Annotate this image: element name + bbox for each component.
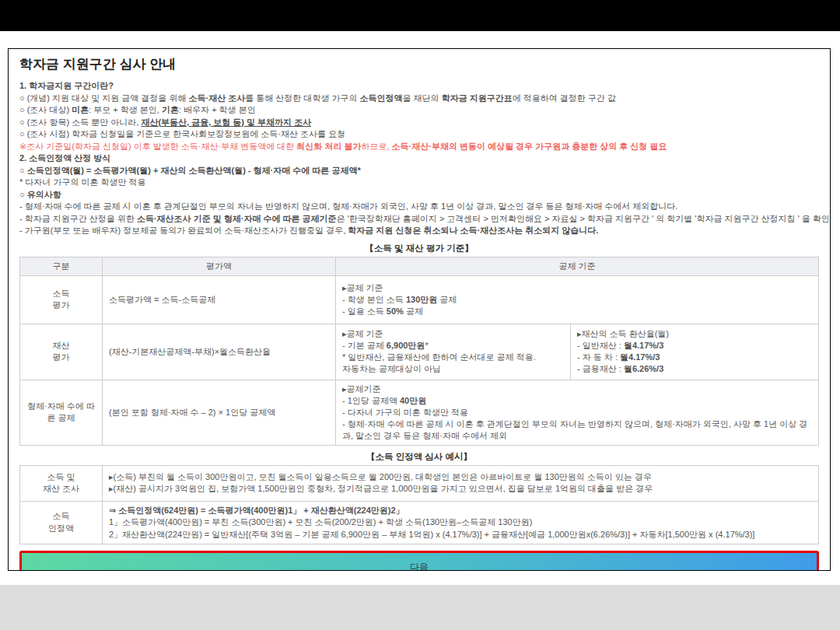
- cell-income-deduction: ▸공제 기준- 학생 본인 소득 130만원 공제- 일용 소득 50% 공제: [336, 275, 819, 324]
- text-line: 재산: [26, 340, 96, 352]
- header-valuation: 평가액: [103, 257, 336, 275]
- cell-sibling-category: 형제·자매 수에 따른 공제: [20, 380, 103, 445]
- next-button[interactable]: 다음: [19, 551, 819, 571]
- text-line: 2」재산환산액(224만원) = 일반재산[(주택 3억원 – 기본 공제 6,…: [109, 529, 812, 541]
- text-line: ⇒ 소득인정액(624만원) = 소득평가액(400만원)1」 + 재산환산액(…: [109, 505, 812, 517]
- text-line: 1. 학자금지원 구간이란?: [19, 80, 819, 93]
- text-line: - 금융재산 : 월6.26%/3: [577, 363, 812, 375]
- text-line: 자동차는 공제대상이 아님: [342, 363, 564, 375]
- text-line: ○ (조사 항목) 소득 뿐만 아니라, 재산(부동산, 금융, 보험 등) 및…: [19, 117, 819, 129]
- text-line: ○ (조사 시점) 학자금 신청일을 기준으로 한국사회보장정보원에 소득·재산…: [19, 128, 819, 141]
- notice-text-block: 1. 학자금지원 구간이란?○ (개념) 지원 대상 및 지원 금액 결정을 위…: [19, 80, 819, 237]
- table-row-income-evaluation: 소득평가 소득평가액 = 소득-소득공제 ▸공제 기준- 학생 본인 소득 13…: [20, 275, 819, 324]
- text-line: 재산 조사: [26, 483, 96, 495]
- text-line: 소득 및: [26, 471, 96, 484]
- table-row-sibling-deduction: 형제·자매 수에 따른 공제 (본인 포함 형제·자매 수 – 2) × 1인당…: [20, 380, 819, 445]
- criteria-table-caption: 【소득 및 재산 평가 기준】: [19, 243, 819, 254]
- text-line: ▸공제기준: [342, 383, 812, 395]
- header-deduction: 공제 기준: [336, 257, 819, 275]
- text-line: ▸(재산) 공시지가 3억원인 집, 보험가액 1,500만원인 중형차, 정기…: [109, 483, 812, 495]
- cell-recognized-income-label: 소득인정액: [20, 501, 103, 544]
- text-line: * 다자녀 가구의 미혼 학생만 적용: [19, 177, 819, 189]
- example-table-caption: 【소득 인정액 심사 예시】: [19, 451, 819, 463]
- cell-income-category: 소득평가: [20, 275, 103, 324]
- text-line: - 자 동 차 : 월4.17%/3: [577, 352, 812, 363]
- text-line: 2. 소득인정액 산정 방식: [19, 152, 819, 165]
- table-row-survey-example: 소득 및재산 조사 ▸(소득) 부친의 월 소득이 300만원이고, 모친 월소…: [20, 465, 819, 501]
- top-black-bar: [0, 0, 840, 31]
- text-line: - 형제·자매 수에 따른 공제 시 이혼 후 관계단절인 부모의 자녀는 반영…: [342, 418, 812, 442]
- cell-sibling-deduction: ▸공제기준- 1인당 공제액 40만원- 다자녀 가구의 미혼 학생만 적용- …: [336, 380, 819, 445]
- text-line: - 기본 공제 6,900만원*: [342, 340, 564, 352]
- cell-asset-category: 재산평가: [20, 324, 103, 380]
- text-line: - 학자금 지원구간 산정을 위한 소득·재산조사 기준 및 형제·자매 수에 …: [19, 213, 819, 226]
- text-line: ○ (조사 대상) 미혼: 부모 + 학생 본인, 기혼: 배우자 + 학생 본…: [19, 104, 819, 117]
- aid-bracket-notice-panel: 학자금 지원구간 심사 안내 1. 학자금지원 구간이란?○ (개념) 지원 대…: [8, 48, 831, 571]
- text-line: ※조사 기준일(학자금 신청일) 이후 발생한 소득·재산·부채 변동액에 대한…: [19, 141, 819, 153]
- text-line: 1」소득평가액(400만원) = 부친 소득(300만원) + 모친 소득(20…: [109, 516, 812, 529]
- text-line: 형제·자매 수에 따른 공제: [26, 401, 96, 424]
- text-line: ▸공제 기준: [342, 328, 564, 340]
- text-line: - 형제·자매 수에 따른 공제 시 이혼 후 관계단절인 부모의 자녀는 반영…: [19, 201, 819, 213]
- cell-survey-content: ▸(소득) 부친의 월 소득이 300만원이고, 모친 월소득이 일용소득으로 …: [103, 465, 819, 501]
- text-line: - 가구원(부모 또는 배우자) 정보제공 동의가 완료되어 소득·재산조사가 …: [19, 225, 819, 237]
- cell-asset-conversion-rate: ▸재산의 소득 환산율(월)- 일반재산 : 월4.17%/3- 자 동 차 :…: [571, 324, 819, 380]
- header-category: 구분: [20, 257, 103, 275]
- cell-asset-valuation: (재산-기본재산공제액-부채)×월소득환산율: [103, 324, 336, 380]
- bottom-gray-bar: [0, 585, 840, 630]
- example-table: 소득 및재산 조사 ▸(소득) 부친의 월 소득이 300만원이고, 모친 월소…: [19, 465, 819, 545]
- table-row-asset-evaluation: 재산평가 (재산-기본재산공제액-부채)×월소득환산율 ▸공제 기준- 기본 공…: [20, 324, 819, 380]
- text-line: 인정액: [26, 523, 96, 535]
- text-line: 평가: [26, 352, 96, 363]
- cell-asset-deduction: ▸공제 기준- 기본 공제 6,900만원** 일반재산, 금융재산에 한하여 …: [336, 324, 571, 380]
- text-line: ▸공제 기준: [342, 282, 812, 294]
- criteria-header-row: 구분 평가액 공제 기준: [20, 257, 819, 275]
- cell-sibling-valuation: (본인 포함 형제·자매 수 – 2) × 1인당 공제액: [103, 380, 336, 445]
- text-line: ○ 유의사항: [19, 189, 819, 201]
- text-line: - 일용 소득 50% 공제: [342, 306, 812, 317]
- text-line: ▸재산의 소득 환산율(월): [577, 328, 812, 340]
- text-line: 소득: [26, 288, 96, 299]
- text-line: ▸(소득) 부친의 월 소득이 300만원이고, 모친 월소득이 일용소득으로 …: [109, 471, 812, 484]
- text-line: 평가: [26, 299, 96, 311]
- text-line: ○ (개념) 지원 대상 및 지원 금액 결정을 위해 소득·재산 조사를 통해…: [19, 93, 819, 105]
- text-line: 소득: [26, 510, 96, 523]
- cell-recognized-income-content: ⇒ 소득인정액(624만원) = 소득평가액(400만원)1」 + 재산환산액(…: [103, 501, 819, 544]
- cell-income-valuation: 소득평가액 = 소득-소득공제: [103, 275, 336, 324]
- cell-survey-label: 소득 및재산 조사: [20, 465, 103, 501]
- text-line: - 1인당 공제액 40만원: [342, 395, 812, 407]
- criteria-table: 구분 평가액 공제 기준 소득평가 소득평가액 = 소득-소득공제 ▸공제 기준…: [19, 257, 819, 446]
- text-line: - 일반재산 : 월4.17%/3: [577, 340, 812, 352]
- text-line: * 일반재산, 금융재산에 한하여 순서대로 공제 적용.: [342, 352, 564, 363]
- page-title: 학자금 지원구간 심사 안내: [19, 55, 819, 73]
- table-row-recognized-income-example: 소득인정액 ⇒ 소득인정액(624만원) = 소득평가액(400만원)1」 + …: [20, 501, 819, 544]
- text-line: - 다자녀 가구의 미혼 학생만 적용: [342, 407, 812, 418]
- text-line: - 학생 본인 소득 130만원 공제: [342, 294, 812, 306]
- text-line: ○ 소득인정액(월) = 소득평가액(월) + 재산의 소득환산액(월) - 형…: [19, 165, 819, 177]
